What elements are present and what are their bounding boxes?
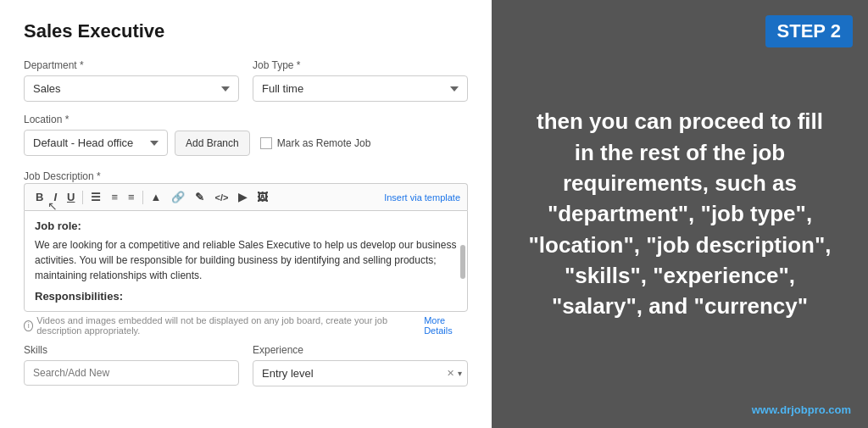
- brand-link: www.drjobpro.com: [752, 403, 851, 416]
- skills-input[interactable]: [24, 360, 239, 386]
- experience-select-wrap: Entry level ✕ ▾: [253, 360, 468, 386]
- experience-group: Experience Entry level ✕ ▾: [253, 344, 468, 386]
- page-title: Sales Executive: [24, 20, 468, 42]
- location-select-wrap: Default - Head office Add Branch Mark as…: [24, 130, 468, 156]
- skills-group: Skills: [24, 344, 239, 386]
- highlight-button[interactable]: ✎: [191, 188, 209, 206]
- info-bar: i Videos and images embedded will not be…: [24, 315, 468, 336]
- experience-caret-icon[interactable]: ▾: [458, 369, 462, 378]
- link-button[interactable]: 🔗: [167, 188, 189, 206]
- job-desc-text: We are looking for a competitive and rel…: [35, 237, 457, 283]
- job-desc-label: Job Description *: [24, 170, 101, 182]
- add-branch-button[interactable]: Add Branch: [175, 131, 250, 156]
- left-panel: Sales Executive Department * Sales Job T…: [0, 0, 492, 428]
- bold-button[interactable]: B: [31, 188, 47, 206]
- image-button[interactable]: 🖼: [253, 188, 272, 206]
- clear-experience-button[interactable]: ✕: [447, 368, 454, 379]
- numbered-list-button[interactable]: ≡: [107, 188, 122, 206]
- info-text: Videos and images embedded will not be d…: [36, 315, 420, 336]
- dept-jobtype-row: Department * Sales Job Type * Full time: [24, 59, 468, 102]
- location-label: Location *: [24, 114, 468, 125]
- right-panel: STEP 2 then you can proceed to fill in t…: [492, 0, 868, 428]
- skills-experience-row: Skills Experience Entry level ✕ ▾: [24, 344, 468, 386]
- code-button[interactable]: </>: [210, 190, 232, 205]
- editor-toolbar: B I U ☰ ≡ ≡ ▲ 🔗 ✎ </> ▶ 🖼 Insert via tem…: [24, 183, 468, 210]
- toolbar-sep-2: [142, 191, 143, 204]
- remote-label: Mark as Remote Job: [277, 137, 371, 149]
- experience-value: Entry level: [262, 361, 447, 386]
- video-button[interactable]: ▶: [234, 188, 251, 206]
- insert-template-button[interactable]: Insert via template: [384, 192, 460, 203]
- bullet-list-button[interactable]: ☰: [86, 188, 105, 206]
- toolbar-sep-1: [82, 191, 83, 204]
- responsibilities-heading: Responsibilities:: [35, 290, 457, 303]
- more-details-link[interactable]: More Details: [424, 315, 468, 336]
- step-badge: STEP 2: [765, 15, 853, 47]
- editor-body[interactable]: Job role: We are looking for a competiti…: [24, 210, 468, 312]
- info-icon: i: [24, 320, 33, 331]
- experience-label: Experience: [253, 344, 468, 356]
- remote-job-wrap: Mark as Remote Job: [260, 137, 371, 149]
- location-group: Location * Default - Head office Add Bra…: [24, 114, 468, 156]
- step-description: then you can proceed to fill in the rest…: [526, 106, 834, 322]
- editor-scrollbar[interactable]: [460, 245, 465, 279]
- cursor-indicator: ↖: [47, 199, 58, 213]
- department-label: Department *: [24, 59, 239, 71]
- color-button[interactable]: ▲: [147, 188, 166, 206]
- jobtype-group: Job Type * Full time: [253, 59, 468, 102]
- department-select[interactable]: Sales: [24, 75, 239, 102]
- job-description-group: Job Description * B I U ☰ ≡ ≡ ▲ 🔗 ✎ </> …: [24, 168, 468, 336]
- job-role-heading: Job role:: [35, 220, 457, 232]
- location-select[interactable]: Default - Head office: [24, 130, 168, 156]
- jobtype-label: Job Type *: [253, 59, 468, 71]
- department-group: Department * Sales: [24, 59, 239, 102]
- align-button[interactable]: ≡: [124, 188, 139, 206]
- jobtype-select[interactable]: Full time: [253, 75, 468, 102]
- skills-label: Skills: [24, 344, 239, 356]
- underline-button[interactable]: U: [63, 188, 79, 206]
- remote-checkbox[interactable]: [260, 137, 272, 149]
